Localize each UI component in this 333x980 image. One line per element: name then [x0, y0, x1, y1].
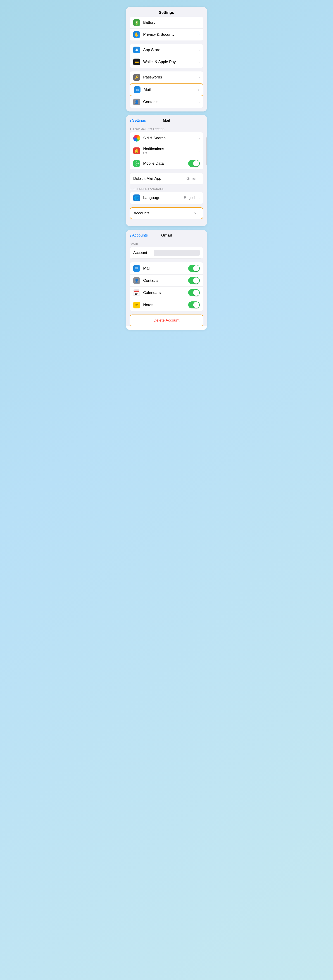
- svg-point-7: [136, 294, 137, 294]
- language-value: English: [184, 196, 197, 200]
- appstore-chevron: ›: [199, 48, 200, 52]
- gmail-notes-icon: [133, 302, 140, 309]
- default-mail-chevron: ›: [199, 177, 200, 180]
- mail-nav-header: ‹ Settings Mail: [126, 115, 207, 124]
- mail-settings-card: ‹ Settings Mail ALLOW MAIL TO ACCESS Sir…: [126, 115, 207, 226]
- svg-rect-2: [134, 291, 139, 292]
- allow-section-header: ALLOW MAIL TO ACCESS: [126, 124, 207, 132]
- accounts-row[interactable]: Accounts 5 ›: [130, 207, 203, 219]
- mail-nav-back-label: Settings: [132, 118, 146, 123]
- delete-account-button[interactable]: Delete Account: [130, 315, 203, 326]
- language-section-header: PREFERRED LANGUAGE: [126, 184, 207, 192]
- svg-point-0: [135, 162, 139, 165]
- gmail-mail-row[interactable]: ✉ Mail: [130, 262, 203, 275]
- gmail-notes-row[interactable]: Notes: [130, 299, 203, 311]
- language-label: Language: [143, 196, 184, 200]
- gmail-nav-back[interactable]: ‹ Accounts: [130, 233, 148, 238]
- gmail-calendars-label: Calendars: [143, 291, 188, 295]
- svg-point-6: [135, 294, 136, 294]
- gmail-notes-label: Notes: [143, 303, 188, 307]
- battery-icon: 🔋: [133, 19, 140, 26]
- notifications-sublabel: Off: [143, 151, 197, 155]
- gmail-toggles-section: ✉ Mail 👤 Contacts: [130, 262, 203, 311]
- mail-allow-section: Siri & Search › 🔔 Notifications Off ›: [130, 132, 203, 169]
- accounts-label: Accounts: [134, 211, 194, 215]
- siri-label: Siri & Search: [143, 136, 197, 140]
- default-mail-section: Default Mail App Gmail ›: [130, 173, 203, 184]
- svg-point-5: [137, 293, 138, 293]
- gmail-calendars-row[interactable]: Calendars: [130, 287, 203, 299]
- gmail-mail-toggle[interactable]: [188, 265, 200, 272]
- mail-chevron: ›: [198, 88, 199, 92]
- gmail-section-label: GMAIL: [126, 239, 207, 247]
- notifications-row[interactable]: 🔔 Notifications Off ›: [130, 144, 203, 158]
- gmail-nav-back-label: Accounts: [132, 233, 148, 238]
- language-chevron: ›: [199, 196, 200, 200]
- mobiledata-row[interactable]: Mobile Data: [130, 158, 203, 169]
- passwords-row[interactable]: 🔑 Passwords ›: [130, 72, 203, 83]
- mail-row[interactable]: ✉ Mail ›: [130, 83, 203, 96]
- settings-title: Settings: [126, 7, 207, 17]
- passwords-label: Passwords: [143, 75, 197, 80]
- wallet-row[interactable]: 💳 Wallet & Apple Pay ›: [130, 56, 203, 68]
- gmail-notes-toggle[interactable]: [188, 301, 200, 309]
- gmail-mail-icon: ✉: [133, 265, 140, 272]
- gmail-mail-label: Mail: [143, 266, 188, 270]
- mail-nav-title: Mail: [163, 118, 170, 123]
- language-section: 🌐 Language English ›: [130, 192, 203, 204]
- settings-card: Settings 🔋 Battery › ✋ Privacy & Securit…: [126, 7, 207, 111]
- gmail-contacts-icon: 👤: [133, 277, 140, 284]
- settings-store-section: A App Store › 💳 Wallet & Apple Pay ›: [130, 44, 203, 68]
- mobiledata-icon: [133, 160, 140, 167]
- svg-point-3: [135, 293, 136, 293]
- gmail-account-input[interactable]: [154, 250, 200, 256]
- language-icon: 🌐: [133, 194, 140, 201]
- siri-icon: [133, 135, 140, 142]
- gmail-contacts-toggle[interactable]: [188, 277, 200, 284]
- battery-chevron: ›: [199, 21, 200, 24]
- accounts-value: 5: [194, 211, 196, 215]
- default-mail-value: Gmail: [186, 177, 196, 181]
- mail-nav-back[interactable]: ‹ Settings: [130, 118, 146, 123]
- contacts-icon: 👤: [133, 99, 140, 105]
- gmail-nav-title: Gmail: [161, 233, 172, 238]
- scroll-indicator: [206, 137, 207, 165]
- delete-account-label: Delete Account: [154, 318, 179, 323]
- default-mail-row[interactable]: Default Mail App Gmail ›: [130, 173, 203, 184]
- mobiledata-toggle[interactable]: [188, 160, 200, 167]
- gmail-contacts-row[interactable]: 👤 Contacts: [130, 275, 203, 287]
- siri-chevron: ›: [199, 136, 200, 140]
- wallet-icon: 💳: [133, 59, 140, 65]
- battery-label: Battery: [143, 20, 197, 25]
- privacy-icon: ✋: [133, 31, 140, 38]
- notifications-icon: 🔔: [133, 148, 140, 154]
- gmail-account-label: Account: [133, 251, 154, 255]
- gmail-nav-header: ‹ Accounts Gmail: [126, 230, 207, 239]
- mail-icon: ✉: [134, 86, 140, 93]
- gmail-account-row: Account: [130, 247, 203, 259]
- privacy-row[interactable]: ✋ Privacy & Security ›: [130, 29, 203, 40]
- gmail-contacts-label: Contacts: [143, 278, 188, 283]
- language-row[interactable]: 🌐 Language English ›: [130, 192, 203, 204]
- wallet-label: Wallet & Apple Pay: [143, 60, 197, 64]
- back-chevron-icon: ‹: [130, 118, 131, 123]
- appstore-row[interactable]: A App Store ›: [130, 44, 203, 56]
- gmail-account-section: Account: [130, 247, 203, 259]
- contacts-row[interactable]: 👤 Contacts ›: [130, 96, 203, 108]
- privacy-chevron: ›: [199, 33, 200, 37]
- gmail-calendars-icon: [133, 290, 140, 296]
- battery-row[interactable]: 🔋 Battery ›: [130, 17, 203, 29]
- siri-row[interactable]: Siri & Search ›: [130, 132, 203, 144]
- passwords-icon: 🔑: [133, 74, 140, 81]
- contacts-chevron: ›: [199, 100, 200, 104]
- appstore-icon: A: [133, 46, 140, 53]
- accounts-chevron: ›: [198, 212, 199, 215]
- passwords-chevron: ›: [199, 76, 200, 79]
- wallet-chevron: ›: [199, 60, 200, 64]
- mail-label: Mail: [143, 88, 197, 92]
- mobiledata-label: Mobile Data: [143, 161, 188, 166]
- notifications-label: Notifications: [143, 147, 164, 151]
- default-mail-label: Default Mail App: [133, 177, 186, 181]
- gmail-calendars-toggle[interactable]: [188, 289, 200, 296]
- appstore-label: App Store: [143, 48, 197, 52]
